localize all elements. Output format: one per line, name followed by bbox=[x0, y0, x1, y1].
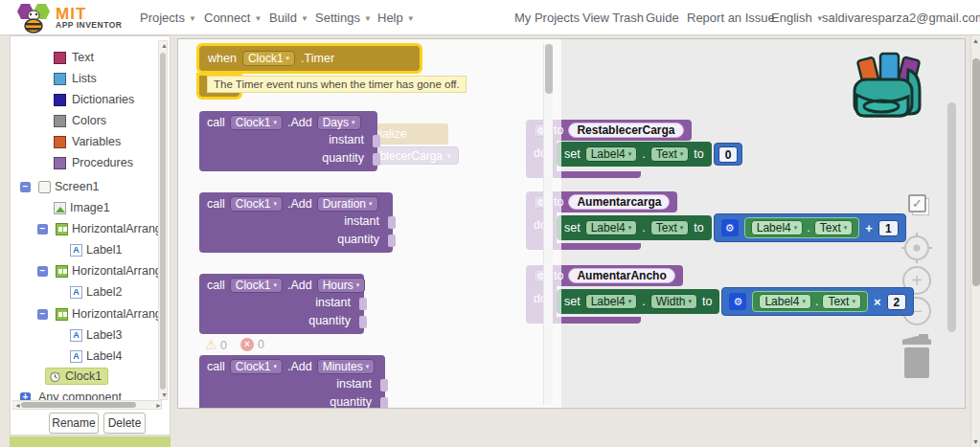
scroll-down-icon[interactable]: ▼ bbox=[972, 438, 979, 445]
tree-item-horizontalarrangement3[interactable]: −HorizontalArrangement bbox=[11, 304, 164, 324]
tree-item-label3[interactable]: ALabel3 bbox=[11, 325, 164, 345]
component-dropdown[interactable]: Clock1▾ bbox=[230, 115, 283, 130]
dictionaries-drawer-swatch bbox=[54, 94, 66, 106]
set-label4-text-block[interactable]: set Label4▾ . Text▾ to bbox=[557, 142, 712, 167]
language-selector[interactable]: English▼ bbox=[771, 11, 824, 25]
link-view-trash[interactable]: View Trash bbox=[582, 11, 644, 25]
backpack-icon[interactable] bbox=[849, 51, 931, 125]
tree-item-clock1-selected[interactable]: Clock1 bbox=[11, 367, 164, 386]
get-label4-text-block[interactable]: Label4▾ . Text▾ bbox=[744, 217, 860, 238]
component-dropdown[interactable]: Label4▾ bbox=[585, 294, 638, 309]
component-dropdown[interactable]: Clock1▾ bbox=[230, 196, 283, 212]
error-indicator[interactable]: ×0 bbox=[240, 338, 264, 351]
procedure-name-field[interactable]: RestablecerCarga bbox=[568, 123, 683, 138]
collapse-icon[interactable]: − bbox=[37, 309, 48, 320]
menu-settings[interactable]: Settings▼ bbox=[315, 11, 372, 25]
call-clock1-adddays-block[interactable]: call Clock1▾ .Add Days▾ instant quantity bbox=[199, 111, 377, 171]
component-dropdown[interactable]: Label4▾ bbox=[759, 294, 811, 309]
warning-indicator[interactable]: ⚠ 0 bbox=[205, 337, 227, 352]
collapse-icon[interactable]: − bbox=[37, 224, 48, 235]
link-my-projects[interactable]: My Projects bbox=[514, 11, 580, 25]
menu-connect[interactable]: Connect▼ bbox=[204, 11, 262, 25]
menu-projects[interactable]: Projects▼ bbox=[140, 11, 196, 25]
tree-item-horizontalarrangement2[interactable]: −HorizontalArrangement bbox=[11, 261, 164, 280]
property-dropdown[interactable]: Text▾ bbox=[822, 294, 861, 309]
palette-drawer-dictionaries[interactable]: Dictionaries bbox=[11, 90, 164, 109]
blocks-canvas[interactable]: .Initialize ablecerCarga ▾ ✓ + − ⚙ bbox=[177, 38, 966, 409]
workspace-vertical-scrollbar[interactable] bbox=[947, 102, 956, 332]
flyout-scrollbar[interactable] bbox=[543, 43, 553, 405]
tree-item-image1[interactable]: Image1 bbox=[11, 198, 164, 217]
tree-item-screen1[interactable]: −Screen1 bbox=[11, 177, 164, 196]
property-dropdown[interactable]: Text▾ bbox=[650, 146, 690, 162]
flyout-scroll-thumb[interactable] bbox=[545, 44, 553, 94]
collapse-icon[interactable]: − bbox=[37, 266, 48, 277]
component-dropdown[interactable]: Label4▾ bbox=[585, 146, 638, 162]
set-label4-text-block[interactable]: set Label4▾ . Text▾ to bbox=[557, 215, 712, 240]
number-field-1[interactable]: 1 bbox=[878, 220, 899, 236]
mutator-gear-icon[interactable]: ⚙ bbox=[729, 293, 746, 310]
link-report-issue[interactable]: Report an Issue bbox=[687, 11, 775, 25]
component-dropdown[interactable]: Label4▾ bbox=[585, 220, 638, 235]
property-dropdown[interactable]: Text▾ bbox=[650, 220, 690, 235]
procedure-name-field[interactable]: AumentarAncho bbox=[568, 268, 674, 283]
image-icon bbox=[54, 202, 66, 214]
account-menu[interactable]: saldivaresparza2@gmail.com▼ bbox=[822, 11, 980, 25]
scroll-up-icon[interactable]: ▲ bbox=[161, 42, 168, 49]
label-icon: A bbox=[70, 350, 82, 363]
scroll-right-icon[interactable]: ► bbox=[155, 402, 162, 409]
socket-notch bbox=[380, 397, 388, 409]
sidebar-horizontal-scrollbar[interactable]: ◄ ► bbox=[12, 400, 162, 410]
call-clock1-addhours-block[interactable]: call Clock1▾ .Add Hours▾ instant quantit… bbox=[199, 274, 364, 334]
rename-button[interactable]: Rename bbox=[49, 413, 99, 434]
mutator-gear-icon[interactable]: ⚙ bbox=[721, 219, 739, 236]
multiplication-block[interactable]: ⚙ Label4▾ . Text▾ × 2 bbox=[721, 287, 914, 316]
property-dropdown[interactable]: Width▾ bbox=[650, 294, 697, 309]
sidebar-scroll-thumb[interactable] bbox=[160, 53, 166, 390]
menu-build[interactable]: Build▼ bbox=[269, 11, 308, 25]
palette-drawer-text[interactable]: Text bbox=[11, 48, 164, 67]
checkbox-control[interactable]: ✓ bbox=[908, 194, 931, 217]
browser-scrollbar[interactable]: ▲ ▼ bbox=[970, 35, 980, 447]
palette-drawer-procedures[interactable]: Procedures bbox=[11, 153, 164, 172]
scroll-down-icon[interactable]: ▼ bbox=[161, 391, 168, 398]
tree-item-label1[interactable]: ALabel1 bbox=[11, 240, 164, 259]
procedure-block-aumentarancho[interactable]: ⚙ to AumentarAncho do set Label4▾ . Widt… bbox=[526, 265, 914, 324]
component-dropdown[interactable]: Clock1▾ bbox=[230, 278, 283, 293]
component-dropdown[interactable]: Label4▾ bbox=[751, 220, 804, 235]
palette-drawer-lists[interactable]: Lists bbox=[11, 69, 164, 88]
workspace-warning-indicators[interactable]: ⚠ 0 ×0 bbox=[205, 337, 264, 352]
number-field-2[interactable]: 2 bbox=[887, 294, 907, 310]
tree-item-label2[interactable]: ALabel2 bbox=[11, 282, 164, 302]
link-guide[interactable]: Guide bbox=[646, 11, 679, 25]
procedure-name-field[interactable]: Aumentarcarga bbox=[568, 194, 670, 210]
trash-can-icon[interactable] bbox=[893, 332, 941, 382]
addition-block[interactable]: ⚙ Label4▾ . Text▾ + 1 bbox=[714, 213, 906, 242]
tree-item-label4[interactable]: ALabel4 bbox=[11, 346, 164, 366]
when-clock1-timer-block[interactable]: when Clock1▾ .Timer bbox=[199, 46, 420, 71]
palette-drawer-variables[interactable]: Variables bbox=[11, 132, 164, 151]
unit-dropdown[interactable]: Days▾ bbox=[317, 115, 361, 130]
unit-dropdown[interactable]: Minutes▾ bbox=[317, 359, 376, 374]
scroll-left-icon[interactable]: ◄ bbox=[14, 402, 21, 409]
set-label4-width-block[interactable]: set Label4▾ . Width▾ to bbox=[557, 289, 719, 314]
palette-drawer-colors[interactable]: Colors bbox=[11, 111, 164, 130]
get-label4-text-block[interactable]: Label4▾ . Text▾ bbox=[752, 291, 868, 312]
component-dropdown[interactable]: Clock1▾ bbox=[230, 359, 283, 374]
browser-scroll-thumb[interactable] bbox=[972, 58, 980, 286]
scroll-up-icon[interactable]: ▲ bbox=[972, 37, 979, 44]
sidebar-hscroll-thumb[interactable] bbox=[21, 402, 136, 408]
unit-dropdown[interactable]: Hours▾ bbox=[317, 278, 366, 293]
delete-button[interactable]: Delete bbox=[103, 413, 146, 434]
menu-help[interactable]: Help▼ bbox=[377, 11, 415, 25]
component-dropdown[interactable]: Clock1▾ bbox=[242, 51, 295, 66]
call-clock1-addduration-block[interactable]: call Clock1▾ .Add Duration▾ instant quan… bbox=[199, 192, 393, 253]
sidebar-vertical-scrollbar[interactable]: ▲ ▼ bbox=[158, 40, 168, 400]
unit-dropdown[interactable]: Duration▾ bbox=[317, 196, 378, 212]
call-clock1-addminutes-block[interactable]: call Clock1▾ .Add Minutes▾ instant quant… bbox=[199, 355, 385, 409]
collapse-icon[interactable]: − bbox=[20, 182, 31, 192]
tree-item-horizontalarrangement1[interactable]: −HorizontalArrangement bbox=[11, 219, 164, 238]
procedure-block-aumentarcarga[interactable]: ⚙ to Aumentarcarga do set Label4▾ . Text… bbox=[526, 191, 906, 250]
number-block-0[interactable]: 0 bbox=[714, 143, 743, 166]
property-dropdown[interactable]: Text▾ bbox=[814, 220, 854, 235]
